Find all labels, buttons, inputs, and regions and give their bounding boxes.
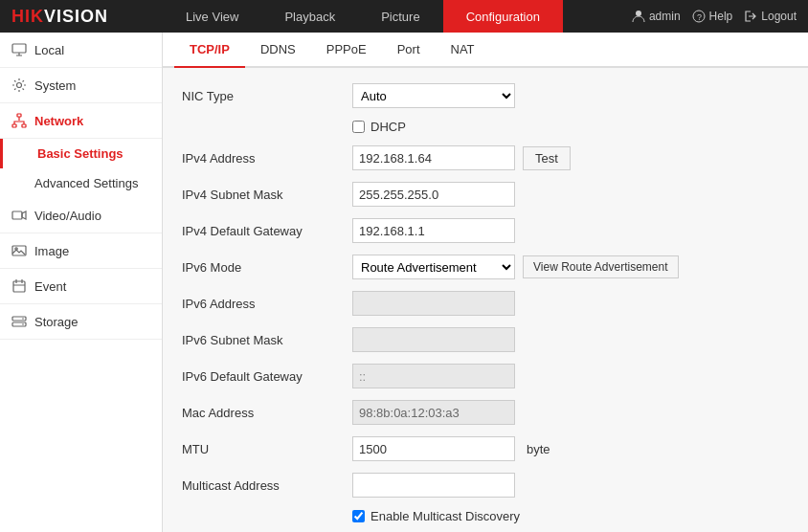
ipv6-address-row: IPv6 Address <box>182 291 789 316</box>
svg-rect-5 <box>17 114 21 117</box>
nav-configuration[interactable]: Configuration <box>443 0 563 33</box>
dhcp-row: DHCP <box>352 120 789 134</box>
nav-playback[interactable]: Playback <box>261 0 358 33</box>
svg-rect-13 <box>12 322 26 326</box>
ipv6-gateway-input[interactable] <box>352 364 515 388</box>
nav-help[interactable]: ? Help <box>692 10 733 23</box>
sidebar-item-event[interactable]: Event <box>0 269 162 304</box>
sidebar-label-event: Event <box>34 279 66 294</box>
ipv4-address-input[interactable] <box>352 145 515 170</box>
multicast-discovery-checkbox[interactable] <box>352 510 365 522</box>
mtu-input[interactable] <box>352 436 515 461</box>
sidebar-item-video-audio[interactable]: Video/Audio <box>0 198 162 233</box>
nav-right: admin ? Help Logout <box>632 10 808 23</box>
tab-ddns[interactable]: DDNS <box>245 33 311 68</box>
ipv4-gateway-row: IPv4 Default Gateway <box>182 218 789 243</box>
ipv6-subnet-label: IPv6 Subnet Mask <box>182 333 345 347</box>
svg-point-14 <box>22 318 24 320</box>
tabs-bar: TCP/IP DDNS PPPoE Port NAT <box>163 33 808 68</box>
logo-hik: HIK <box>11 7 44 26</box>
ipv4-subnet-input[interactable] <box>352 182 515 207</box>
mac-address-row: Mac Address <box>182 400 789 425</box>
multicast-row: Multicast Address <box>182 473 789 498</box>
svg-rect-3 <box>12 44 26 53</box>
ipv6-mode-row: IPv6 Mode Route Advertisement View Route… <box>182 255 789 279</box>
main-layout: Local System Network Basic Settings Adva… <box>0 33 808 532</box>
ipv6-gateway-label: IPv6 Default Gateway <box>182 369 345 384</box>
monitor-icon <box>11 42 27 57</box>
ipv6-address-input[interactable] <box>352 291 515 316</box>
svg-point-4 <box>17 83 22 88</box>
multicast-label: Multicast Address <box>182 478 345 493</box>
nav-picture[interactable]: Picture <box>358 0 442 33</box>
settings-icon <box>11 78 27 93</box>
image-icon <box>11 243 27 258</box>
svg-rect-6 <box>12 124 16 127</box>
svg-rect-11 <box>13 281 25 292</box>
sidebar-label-image: Image <box>34 244 69 258</box>
svg-rect-12 <box>12 317 26 321</box>
svg-point-0 <box>636 11 641 16</box>
nav-live-view[interactable]: Live View <box>163 0 261 33</box>
content-area: TCP/IP DDNS PPPoE Port NAT NIC Type Auto… <box>163 33 808 532</box>
sidebar-item-system[interactable]: System <box>0 68 162 103</box>
test-button[interactable]: Test <box>523 146 571 170</box>
svg-text:?: ? <box>697 12 702 22</box>
multicast-input[interactable] <box>352 473 515 498</box>
svg-point-15 <box>22 323 24 325</box>
dhcp-label: DHCP <box>370 120 406 134</box>
multicast-discovery-label: Enable Multicast Discovery <box>370 509 520 523</box>
ipv6-address-label: IPv6 Address <box>182 297 345 311</box>
tab-pppoe[interactable]: PPPoE <box>311 33 382 68</box>
sidebar-item-local[interactable]: Local <box>0 33 162 68</box>
ipv6-gateway-row: IPv6 Default Gateway <box>182 364 789 388</box>
event-icon <box>11 278 27 294</box>
sidebar-item-storage[interactable]: Storage <box>0 304 162 340</box>
nic-type-row: NIC Type Auto <box>182 83 789 108</box>
multicast-discovery-row: Enable Multicast Discovery <box>352 509 789 523</box>
sidebar: Local System Network Basic Settings Adva… <box>0 33 163 532</box>
logo-vision: VISION <box>44 7 108 26</box>
nic-type-label: NIC Type <box>182 89 345 103</box>
sidebar-item-network[interactable]: Network <box>0 103 162 139</box>
sidebar-label-system: System <box>34 78 76 93</box>
top-nav: HIKVISION Live View Playback Picture Con… <box>0 0 808 33</box>
sidebar-label-network: Network <box>34 114 83 128</box>
ipv4-subnet-label: IPv4 Subnet Mask <box>182 188 345 202</box>
network-icon <box>11 113 27 128</box>
ipv4-gateway-input[interactable] <box>352 218 515 243</box>
dhcp-checkbox[interactable] <box>352 121 365 133</box>
ipv4-gateway-label: IPv4 Default Gateway <box>182 224 345 238</box>
tab-nat[interactable]: NAT <box>436 33 490 68</box>
mac-address-label: Mac Address <box>182 406 345 420</box>
logo-area: HIKVISION <box>0 7 163 27</box>
mtu-label: MTU <box>182 442 345 456</box>
svg-rect-8 <box>12 211 22 219</box>
logo: HIKVISION <box>11 7 108 27</box>
ipv6-subnet-input[interactable] <box>352 327 515 352</box>
ipv4-address-label: IPv4 Address <box>182 151 345 166</box>
sidebar-label-video-audio: Video/Audio <box>34 209 101 223</box>
svg-rect-7 <box>22 124 26 127</box>
nav-logout[interactable]: Logout <box>744 10 797 23</box>
sidebar-sub-basic-settings[interactable]: Basic Settings <box>0 139 162 168</box>
ipv6-mode-label: IPv6 Mode <box>182 260 345 275</box>
mac-address-input <box>352 400 515 425</box>
video-icon <box>11 208 27 223</box>
nav-user[interactable]: admin <box>632 10 681 23</box>
tab-tcpip[interactable]: TCP/IP <box>174 33 245 68</box>
tab-port[interactable]: Port <box>382 33 436 68</box>
ipv6-subnet-row: IPv6 Subnet Mask <box>182 327 789 352</box>
view-route-button[interactable]: View Route Advertisement <box>523 255 679 278</box>
ipv4-subnet-row: IPv4 Subnet Mask <box>182 182 789 207</box>
storage-icon <box>11 314 27 329</box>
mtu-unit: byte <box>527 442 550 456</box>
sidebar-item-image[interactable]: Image <box>0 233 162 269</box>
nav-links: Live View Playback Picture Configuration <box>163 0 632 33</box>
sidebar-sub-advanced-settings[interactable]: Advanced Settings <box>0 168 162 198</box>
sidebar-label-local: Local <box>34 43 64 57</box>
form-area: NIC Type Auto DHCP IPv4 Address Test IPv… <box>163 68 808 532</box>
ipv6-mode-select[interactable]: Route Advertisement <box>352 255 515 279</box>
nic-type-select[interactable]: Auto <box>352 83 515 108</box>
ipv4-address-row: IPv4 Address Test <box>182 145 789 170</box>
